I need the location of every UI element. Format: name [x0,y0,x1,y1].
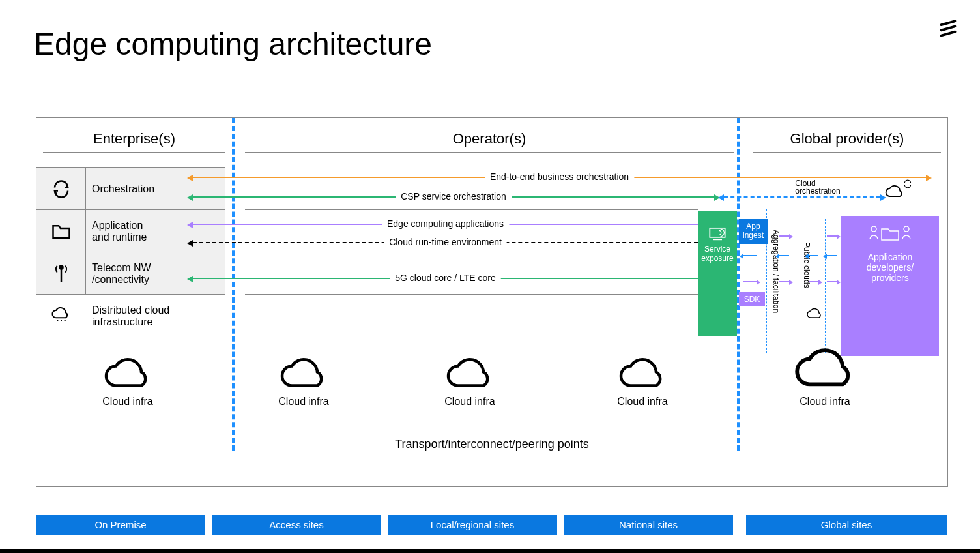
footer-row: On Premise Access sites Local/regional s… [36,515,947,535]
cloud-infra-1: Cloud infra [79,356,177,408]
cloud-rain-icon [36,295,85,337]
arrow-csp: CSP service orchestration [193,196,714,198]
public-clouds-label: Public clouds [802,232,811,297]
device-icon [743,314,758,325]
vsep-1 [232,118,235,451]
svg-point-11 [904,226,909,232]
col-enterprise: Enterprise(s) [43,126,225,153]
footer-onprem: On Premise [36,515,205,535]
row-dist-cloud-label: Distributed cloudinfrastructure [92,305,169,328]
hr-3 [245,294,698,295]
service-exposure-label: Service exposure [701,245,733,263]
architecture-diagram: Enterprise(s) Operator(s) Global provide… [36,117,948,487]
arrow-cloud-orch-label: Cloud orchestration [790,179,845,195]
app-ingest-box: App ingest [739,219,768,244]
cloud-infra-4: Cloud infra [594,356,691,408]
footer-access: Access sites [212,515,381,535]
slide: Edge computing architecture Enterprise(s… [0,0,980,553]
hr-2 [245,252,698,252]
app-developers-label: Application developers/ providers [867,252,914,283]
hr-1 [245,209,698,210]
mini-arrow-8 [827,235,837,237]
arrow-e2e-label: End-to-end business orchestration [485,172,634,182]
folder-icon [36,210,86,252]
service-exposure-box: Service exposure [698,211,737,336]
vsep-5 [825,219,826,353]
mini-arrow-2 [743,281,757,282]
transport-label: Transport/interconnect/peering points [36,438,947,451]
arrow-edge-apps-label: Edge computing applications [382,218,509,229]
transport-sep [36,428,947,428]
row-telecom-label: Telecom NW/connectivity [92,262,151,286]
mini-arrow-7 [809,281,818,282]
row-telecom: Telecom NW/connectivity [36,252,225,295]
orchestration-icon [36,168,86,210]
cloud-infra-5: Cloud infra [770,346,880,408]
arrow-cloud-orch: Cloud orchestration [724,196,880,198]
aggregation-label: Aggregation / facilitation [771,222,781,320]
vsep-4 [796,219,796,353]
footer-national: National sites [564,515,733,535]
row-app-runtime-label: Applicationand runtime [92,220,147,243]
app-developers-box: Application developers/ providers [841,216,939,356]
col-operator: Operator(s) [245,126,734,153]
svg-point-10 [871,226,876,232]
footer-local: Local/regional sites [388,515,557,535]
row-app-runtime: Applicationand runtime [36,209,225,252]
mini-arrow-3 [779,235,789,237]
public-cloud-icon [805,307,825,324]
slide-title: Edge computing architecture [34,26,432,62]
mini-arrow-10 [827,281,837,282]
svg-line-1 [942,27,955,31]
ericsson-logo-icon [939,20,957,40]
mini-arrow-6 [809,255,818,256]
row-orchestration: Orchestration [36,167,225,210]
mini-arrow-5 [779,281,789,282]
cloud-orch-icon [884,183,907,204]
cloud-infra-2: Cloud infra [255,356,353,408]
vsep-2 [737,118,740,451]
arrow-cloud-rte-label: Cloud run-time environment [384,237,507,247]
svg-line-2 [942,32,955,36]
row-orchestration-label: Orchestration [92,183,154,195]
col-global: Global provider(s) [753,126,941,153]
bottom-edge [0,549,980,553]
svg-point-4 [59,265,63,269]
antenna-icon [36,252,86,295]
arrow-cloud-rte: Cloud run-time environment [193,242,698,243]
row-dist-cloud: Distributed cloudinfrastructure [36,294,225,337]
svg-line-0 [942,21,955,25]
footer-global: Global sites [746,515,947,535]
arrow-csp-label: CSP service orchestration [396,191,512,202]
sdk-box: SDK [739,292,765,306]
mini-arrow-1 [743,255,757,256]
arrow-core-label: 5G cloud core / LTE core [390,273,501,283]
cloud-infra-3: Cloud infra [421,356,519,408]
mini-arrow-4 [779,255,789,256]
arrow-edge-apps: Edge computing applications [193,224,698,225]
arrow-core: 5G cloud core / LTE core [193,278,698,279]
arrow-e2e: End-to-end business orchestration [193,177,926,178]
mini-arrow-9 [827,255,837,256]
